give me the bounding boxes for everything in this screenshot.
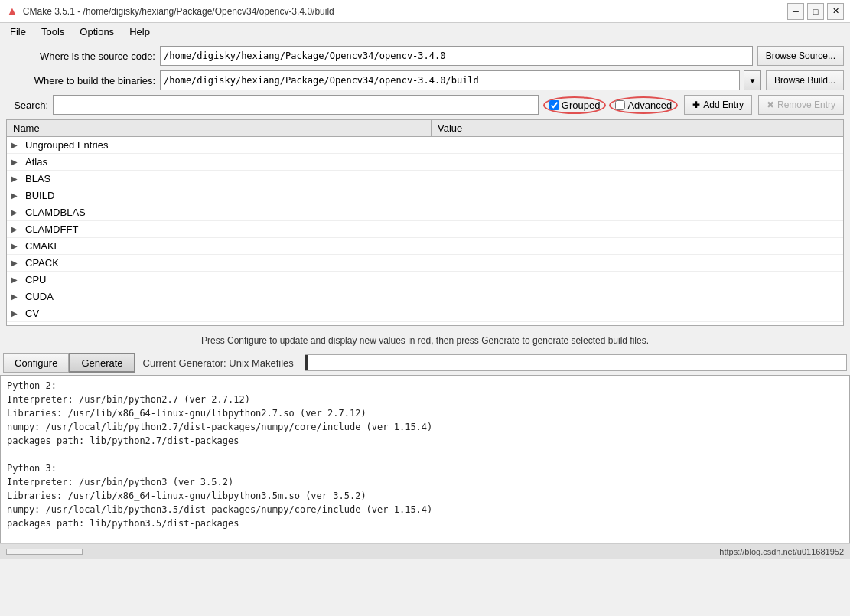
row-name-label: CLAMDFFT xyxy=(22,222,843,236)
title-bar: ▲ CMake 3.5.1 - /home/digisky/hexiang/Pa… xyxy=(0,0,850,23)
col-name-header: Name xyxy=(7,120,432,136)
log-line: Interpreter: /usr/bin/python2.7 (ver 2.7… xyxy=(7,393,843,406)
row-name-label: Atlas xyxy=(22,155,843,169)
grouped-checkbox[interactable] xyxy=(549,100,559,110)
source-label: Where is the source code: xyxy=(6,51,155,62)
menu-help[interactable]: Help xyxy=(122,24,157,40)
row-expand-icon[interactable]: ▶ xyxy=(7,191,22,200)
log-area: Python 2: Interpreter: /usr/bin/python2.… xyxy=(0,375,850,543)
url-text: https://blog.csdn.net/u011681952 xyxy=(719,547,844,556)
table-row[interactable]: ▶ CPACK xyxy=(7,255,843,272)
row-name-label: CV xyxy=(22,306,843,321)
row-expand-icon[interactable]: ▶ xyxy=(7,259,22,267)
log-line: Libraries: /usr/lib/x86_64-linux-gnu/lib… xyxy=(7,406,843,420)
build-dropdown-button[interactable]: ▼ xyxy=(744,70,761,90)
search-options: Grouped Advanced ✚ Add Entry ✖ Remove En… xyxy=(543,95,844,115)
progress-area xyxy=(305,354,847,371)
log-line: Interpreter: /usr/bin/python3 (ver 3.5.2… xyxy=(7,475,843,489)
table-row[interactable]: ▶ BLAS xyxy=(7,171,843,187)
row-expand-icon[interactable]: ▶ xyxy=(7,158,22,166)
title-bar-left: ▲ CMake 3.5.1 - /home/digisky/hexiang/Pa… xyxy=(6,5,334,18)
table-header: Name Value xyxy=(7,120,843,137)
add-entry-button[interactable]: ✚ Add Entry xyxy=(684,95,752,115)
grouped-label: Grouped xyxy=(562,99,601,111)
log-line: numpy: /usr/local/lib/python2.7/dist-pac… xyxy=(7,420,843,434)
log-line: packages path: lib/python3.5/dist-packag… xyxy=(7,517,843,530)
search-label: Search: xyxy=(6,99,48,111)
grouped-checkbox-label[interactable]: Grouped xyxy=(543,96,607,114)
plus-icon: ✚ xyxy=(692,99,700,110)
log-line: Python 3: xyxy=(7,461,843,475)
generate-button[interactable]: Generate xyxy=(69,353,135,373)
bottom-buttons: Configure Generate Current Generator: Un… xyxy=(0,350,850,375)
row-expand-icon[interactable]: ▶ xyxy=(7,309,22,318)
row-expand-icon[interactable]: ▶ xyxy=(7,242,22,250)
row-expand-icon[interactable]: ▶ xyxy=(7,208,22,217)
row-name-label: CPACK xyxy=(22,256,843,270)
table-body: ▶ Ungrouped Entries ▶ Atlas ▶ BLAS ▶ BUI… xyxy=(7,137,843,326)
app-icon: ▲ xyxy=(6,5,18,18)
scroll-indicator xyxy=(6,549,83,555)
log-line: numpy: /usr/local/lib/python3.5/dist-pac… xyxy=(7,503,843,517)
log-line: Libraries: /usr/lib/x86_64-linux-gnu/lib… xyxy=(7,489,843,503)
bottom-status: https://blog.csdn.net/u011681952 xyxy=(0,543,850,559)
status-message: Press Configure to update and display ne… xyxy=(201,335,649,346)
table-row[interactable]: ▶ BUILD xyxy=(7,187,843,204)
menu-file[interactable]: File xyxy=(3,24,33,40)
row-name-label: CUDA xyxy=(22,289,843,304)
table-row[interactable]: ▶ Ungrouped Entries xyxy=(7,137,843,154)
row-expand-icon[interactable]: ▶ xyxy=(7,225,22,233)
row-name-label: BLAS xyxy=(22,171,843,186)
browse-source-button[interactable]: Browse Source... xyxy=(757,46,844,66)
minimize-button[interactable]: ─ xyxy=(787,3,804,20)
table-row[interactable]: ▶ CLAMDFFT xyxy=(7,221,843,238)
log-line: Python 2: xyxy=(7,379,843,393)
browse-build-button[interactable]: Browse Build... xyxy=(766,70,844,90)
status-bar: Press Configure to update and display ne… xyxy=(0,331,850,350)
remove-entry-button[interactable]: ✖ Remove Entry xyxy=(758,95,844,115)
row-name-label: CMAKE xyxy=(22,239,843,253)
generator-label: Current Generator: Unix Makefiles xyxy=(135,357,301,369)
search-row: Search: Grouped Advanced ✚ Add Entry ✖ R… xyxy=(6,95,844,115)
build-input[interactable] xyxy=(160,70,740,90)
row-expand-icon[interactable]: ▶ xyxy=(7,174,22,183)
row-name-label: Ungrouped Entries xyxy=(22,138,843,152)
menu-options[interactable]: Options xyxy=(73,24,121,40)
close-button[interactable]: ✕ xyxy=(827,3,844,20)
row-name-label: BUILD xyxy=(22,188,843,203)
table-row[interactable]: ▶ CUDA xyxy=(7,288,843,305)
row-name-label: CLAMDBLAS xyxy=(22,205,843,220)
row-name-label: CPU xyxy=(22,272,843,287)
table-row[interactable]: ▶ CLAMDBLAS xyxy=(7,204,843,221)
entries-table: Name Value ▶ Ungrouped Entries ▶ Atlas ▶… xyxy=(6,119,844,326)
log-line xyxy=(7,530,843,543)
source-row: Where is the source code: Browse Source.… xyxy=(6,46,844,66)
configure-button[interactable]: Configure xyxy=(3,353,69,373)
maximize-button[interactable]: □ xyxy=(807,3,824,20)
row-name-label: Caffe xyxy=(22,323,843,326)
title-controls: ─ □ ✕ xyxy=(787,3,844,20)
table-row[interactable]: ▶ CMAKE xyxy=(7,238,843,255)
build-row: Where to build the binaries: ▼ Browse Bu… xyxy=(6,70,844,90)
menu-bar: File Tools Options Help xyxy=(0,23,850,41)
main-content: Where is the source code: Browse Source.… xyxy=(0,41,850,331)
source-input[interactable] xyxy=(160,46,753,66)
log-line: packages path: lib/python2.7/dist-packag… xyxy=(7,434,843,448)
row-expand-icon[interactable]: ▶ xyxy=(7,292,22,301)
col-value-header: Value xyxy=(432,120,843,136)
menu-tools[interactable]: Tools xyxy=(34,24,71,40)
advanced-checkbox-label[interactable]: Advanced xyxy=(609,96,678,114)
remove-icon: ✖ xyxy=(767,99,774,110)
advanced-label: Advanced xyxy=(627,99,672,111)
window-title: CMake 3.5.1 - /home/digisky/hexiang/Pack… xyxy=(23,6,334,17)
row-expand-icon[interactable]: ▶ xyxy=(7,141,22,149)
search-input[interactable] xyxy=(53,95,539,115)
table-row[interactable]: ▶ CPU xyxy=(7,272,843,288)
table-row[interactable]: ▶ CV xyxy=(7,305,843,322)
table-row[interactable]: ▶ Atlas xyxy=(7,154,843,171)
log-line xyxy=(7,448,843,461)
build-label: Where to build the binaries: xyxy=(6,75,155,86)
row-expand-icon[interactable]: ▶ xyxy=(7,275,22,284)
advanced-checkbox[interactable] xyxy=(615,100,625,110)
table-row[interactable]: ▶ Caffe xyxy=(7,322,843,326)
